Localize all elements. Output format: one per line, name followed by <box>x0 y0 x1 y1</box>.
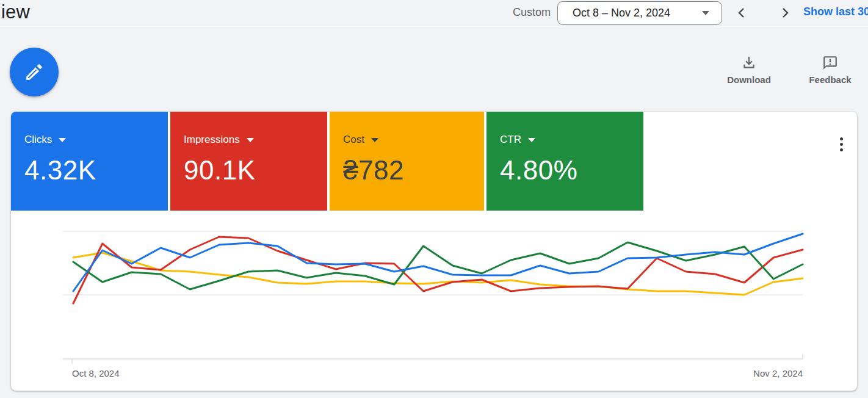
feedback-icon <box>822 55 838 71</box>
date-range-button[interactable]: Oct 8 – Nov 2, 2024 <box>557 1 722 25</box>
pencil-icon <box>24 62 45 82</box>
chevron-left-icon <box>734 5 749 20</box>
x-axis-start-label: Oct 8, 2024 <box>72 368 120 378</box>
download-button[interactable]: Download <box>722 55 776 85</box>
header-divider <box>0 26 868 26</box>
feedback-label: Feedback <box>809 74 851 85</box>
download-icon <box>741 55 757 71</box>
feedback-button[interactable]: Feedback <box>803 55 858 85</box>
previous-date-range-button[interactable] <box>733 4 750 21</box>
edit-button[interactable] <box>10 48 59 96</box>
chevron-right-icon <box>778 5 792 20</box>
show-last-30-days-link[interactable]: Show last 30 <box>803 5 868 18</box>
chevron-down-icon <box>702 11 709 15</box>
download-label: Download <box>727 74 771 85</box>
date-mode-label: Custom <box>504 6 551 19</box>
overview-card: Clicks 4.32K Impressions 90.1K Cost ₴782… <box>11 112 857 391</box>
page-title: iew <box>1 1 30 23</box>
date-range-value: Oct 8 – Nov 2, 2024 <box>573 7 670 20</box>
x-axis-end-label: Nov 2, 2024 <box>711 368 803 378</box>
performance-chart[interactable] <box>11 112 857 391</box>
next-date-range-button[interactable] <box>776 4 794 21</box>
